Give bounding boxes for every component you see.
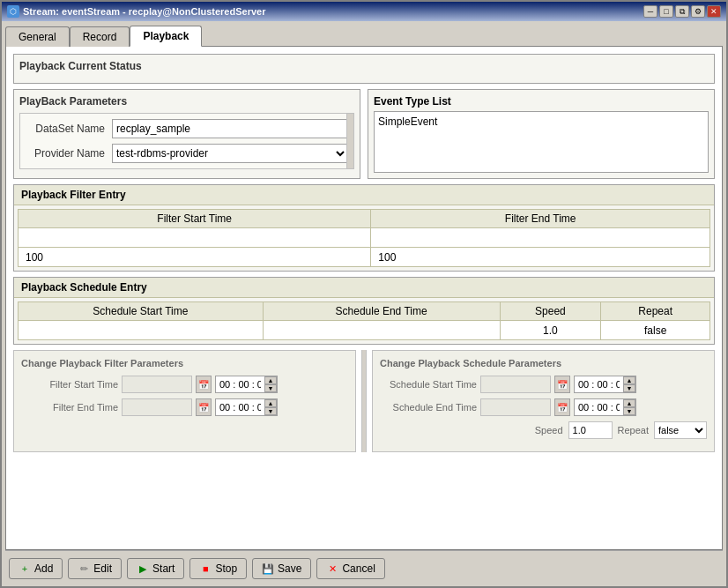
filter-table: Filter Start Time Filter End Time 100 bbox=[18, 209, 710, 267]
add-label: Add bbox=[34, 562, 53, 575]
provider-name-row: Provider Name test-rdbms-provider bbox=[26, 144, 348, 163]
schedule-end-cell bbox=[263, 321, 500, 340]
schedule-table: Schedule Start Time Schedule End Time Sp… bbox=[18, 301, 710, 340]
minimize-button[interactable]: ─ bbox=[643, 5, 657, 18]
filter-start-time-box: ▲ ▼ bbox=[215, 376, 278, 393]
filter-end-cell bbox=[371, 228, 710, 248]
filter-end-time-box: ▲ ▼ bbox=[215, 398, 278, 416]
dataset-name-row: DataSet Name bbox=[26, 119, 348, 138]
schedule-end-time-box: ▲ ▼ bbox=[574, 398, 636, 416]
schedule-start-time-input[interactable] bbox=[480, 376, 551, 393]
window-content: General Record Playback Playback Current… bbox=[2, 21, 726, 586]
params-scroll[interactable] bbox=[346, 114, 353, 168]
filter-col1-header: Filter Start Time bbox=[19, 210, 371, 228]
schedule-start-spinners: ▲ ▼ bbox=[623, 376, 635, 392]
maximize-button[interactable]: ⧉ bbox=[675, 5, 689, 18]
save-button[interactable]: 💾 Save bbox=[252, 558, 311, 579]
filter-start-time-input[interactable] bbox=[122, 376, 192, 393]
schedule-entry-title: Playback Schedule Entry bbox=[14, 278, 714, 298]
filter-start-spin-up[interactable]: ▲ bbox=[264, 376, 277, 384]
restore-button[interactable]: □ bbox=[659, 5, 673, 18]
filter-end-calendar-btn[interactable]: 📅 bbox=[196, 398, 212, 416]
schedule-col1-header: Schedule Start Time bbox=[19, 302, 264, 321]
schedule-end-time-row: Schedule End Time 📅 ▲ ▼ bbox=[380, 398, 707, 416]
schedule-end-calendar-btn[interactable]: 📅 bbox=[554, 398, 570, 416]
filter-end-spinners: ▲ ▼ bbox=[264, 399, 277, 415]
speed-label: Speed bbox=[535, 425, 563, 435]
cancel-button[interactable]: ✕ Cancel bbox=[316, 558, 384, 579]
filter-start-time-row: Filter Start Time 📅 ▲ ▼ bbox=[21, 376, 348, 393]
schedule-repeat-cell: false bbox=[601, 321, 710, 340]
filter-end-time-input[interactable] bbox=[122, 398, 192, 416]
settings-button[interactable]: ⚙ bbox=[691, 5, 705, 18]
footer-buttons: + Add ✏ Edit ▶ Start ■ Stop 💾 Save ✕ Can… bbox=[5, 550, 723, 583]
params-event-row: PlayBack Parameters DataSet Name Provide… bbox=[13, 89, 715, 179]
speed-input[interactable] bbox=[568, 421, 613, 439]
schedule-end-spin-down[interactable]: ▼ bbox=[623, 407, 635, 415]
dataset-name-label: DataSet Name bbox=[26, 123, 105, 135]
change-filter-section: Change Playback Filter Parameters Filter… bbox=[13, 350, 356, 452]
edit-label: Edit bbox=[93, 562, 112, 575]
filter-col2-header: Filter End Time bbox=[371, 210, 710, 228]
schedule-end-time-field[interactable] bbox=[575, 399, 623, 415]
edit-icon: ✏ bbox=[78, 562, 90, 575]
schedule-start-time-field[interactable] bbox=[575, 376, 623, 392]
tab-bar: General Record Playback bbox=[5, 25, 723, 46]
schedule-end-spin-up[interactable]: ▲ bbox=[623, 399, 635, 407]
start-button[interactable]: ▶ Start bbox=[127, 558, 184, 579]
filter-start-cell-2: 100 bbox=[19, 248, 371, 267]
filter-start-time-label: Filter Start Time bbox=[21, 379, 118, 390]
playback-parameters-title: PlayBack Parameters bbox=[19, 95, 354, 108]
schedule-entry-content: Schedule Start Time Schedule End Time Sp… bbox=[14, 298, 714, 344]
tab-general[interactable]: General bbox=[5, 26, 70, 47]
filter-end-time-label: Filter End Time bbox=[21, 402, 118, 413]
schedule-col4-header: Repeat bbox=[601, 302, 710, 321]
save-label: Save bbox=[278, 562, 301, 575]
schedule-start-calendar-btn[interactable]: 📅 bbox=[554, 376, 570, 393]
filter-end-spin-down[interactable]: ▼ bbox=[264, 407, 277, 415]
window-icon: ⬡ bbox=[7, 5, 19, 18]
playback-parameters-section: PlayBack Parameters DataSet Name Provide… bbox=[13, 89, 360, 179]
vertical-divider bbox=[361, 350, 367, 452]
main-panel: Playback Current Status PlayBack Paramet… bbox=[5, 46, 723, 550]
tab-record[interactable]: Record bbox=[70, 26, 130, 47]
add-button[interactable]: + Add bbox=[9, 558, 63, 579]
repeat-select[interactable]: false true bbox=[654, 421, 707, 439]
filter-end-spin-up[interactable]: ▲ bbox=[264, 399, 277, 407]
dataset-name-input[interactable] bbox=[112, 119, 348, 138]
filter-row-2: 100 100 bbox=[19, 248, 710, 267]
stop-icon: ■ bbox=[199, 562, 212, 575]
stop-label: Stop bbox=[215, 562, 237, 575]
schedule-start-time-box: ▲ ▼ bbox=[574, 376, 636, 393]
start-icon: ▶ bbox=[137, 562, 149, 575]
cancel-icon: ✕ bbox=[326, 562, 338, 575]
bottom-params: Change Playback Filter Parameters Filter… bbox=[13, 350, 715, 452]
schedule-end-time-label: Schedule End Time bbox=[380, 402, 477, 413]
schedule-col2-header: Schedule End Time bbox=[263, 302, 500, 321]
filter-start-calendar-btn[interactable]: 📅 bbox=[196, 376, 212, 393]
provider-name-select[interactable]: test-rdbms-provider bbox=[112, 144, 348, 163]
edit-button[interactable]: ✏ Edit bbox=[68, 558, 122, 579]
title-bar-left: ⬡ Stream: eventStream - recplay@NonClust… bbox=[7, 5, 265, 18]
schedule-start-spin-up[interactable]: ▲ bbox=[623, 376, 635, 384]
schedule-col3-header: Speed bbox=[500, 302, 601, 321]
filter-start-time-field[interactable] bbox=[216, 376, 264, 392]
filter-entry-section: Playback Filter Entry Filter Start Time … bbox=[13, 184, 715, 272]
filter-end-time-field[interactable] bbox=[216, 399, 264, 415]
schedule-end-time-input[interactable] bbox=[480, 398, 551, 416]
schedule-start-spin-down[interactable]: ▼ bbox=[623, 384, 635, 392]
schedule-speed-cell: 1.0 bbox=[500, 321, 601, 340]
tab-playback[interactable]: Playback bbox=[130, 26, 202, 47]
cancel-label: Cancel bbox=[342, 562, 375, 575]
close-button[interactable]: ✕ bbox=[707, 5, 721, 18]
event-type-item[interactable]: SimpleEvent bbox=[378, 115, 704, 128]
change-filter-title: Change Playback Filter Parameters bbox=[21, 358, 348, 368]
stop-button[interactable]: ■ Stop bbox=[189, 558, 247, 579]
filter-start-spin-down[interactable]: ▼ bbox=[264, 384, 277, 392]
window-title: Stream: eventStream - recplay@NonCluster… bbox=[23, 6, 265, 17]
event-type-title: Event Type List bbox=[374, 95, 709, 108]
change-schedule-title: Change Playback Schedule Parameters bbox=[380, 358, 707, 368]
filter-end-cell-2: 100 bbox=[371, 248, 710, 267]
schedule-start-time-row: Schedule Start Time 📅 ▲ ▼ bbox=[380, 376, 707, 393]
filter-entry-title: Playback Filter Entry bbox=[14, 185, 714, 205]
